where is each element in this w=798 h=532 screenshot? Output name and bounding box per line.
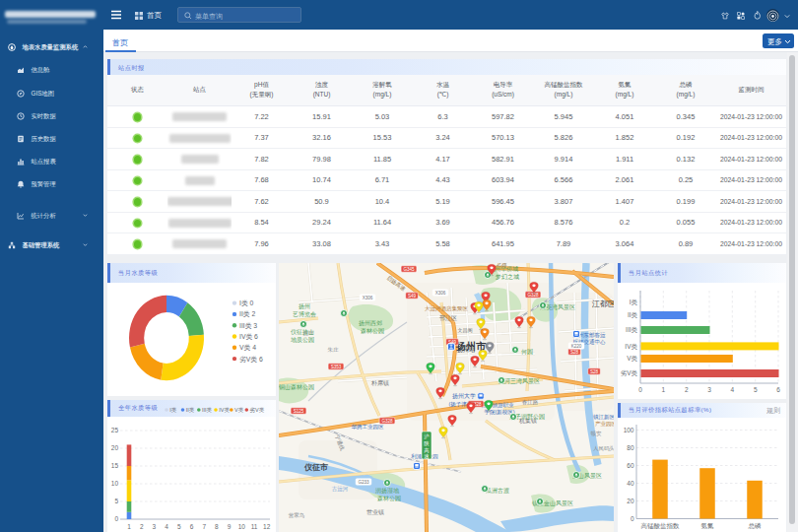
svg-text:0: 0	[638, 386, 642, 393]
svg-text:瓜洲古渡: 瓜洲古渡	[486, 487, 509, 495]
svg-text:III类: III类	[626, 326, 637, 333]
svg-text:产业园区: 产业园区	[595, 421, 614, 428]
svg-text:80: 80	[627, 444, 634, 451]
svg-text:扬州: 扬州	[299, 303, 310, 310]
svg-text:10: 10	[238, 523, 246, 530]
svg-text:朴席镇: 朴席镇	[370, 379, 389, 386]
svg-text:扬州站: 扬州站	[457, 347, 475, 354]
svg-text:7: 7	[202, 523, 206, 530]
svg-text:古运河: 古运河	[332, 486, 349, 493]
svg-text:II类: II类	[186, 407, 195, 413]
svg-text:顿安: 顿安	[591, 431, 603, 436]
svg-text:高锰酸盐指数: 高锰酸盐指数	[641, 522, 681, 530]
svg-text:20: 20	[111, 444, 119, 451]
svg-text:江都区: 江都区	[591, 299, 614, 308]
svg-text:劣V类: 劣V类	[250, 407, 265, 414]
svg-text:地质公园: 地质公园	[291, 337, 314, 344]
svg-text:6: 6	[190, 523, 194, 530]
svg-text:氨氮: 氨氮	[701, 522, 715, 529]
svg-text:6: 6	[776, 386, 780, 393]
svg-text:陕: 陕	[424, 440, 430, 446]
svg-text:4: 4	[730, 386, 734, 393]
svg-text:铜山森林公园: 铜山森林公园	[279, 383, 314, 391]
svg-text:人民码头: 人民码头	[593, 445, 614, 452]
svg-text:宁通线: 宁通线	[334, 433, 347, 451]
svg-text:G345: G345	[403, 267, 415, 272]
svg-text:仪征市: 仪征市	[303, 462, 328, 472]
svg-text:艺博览会: 艺博览会	[293, 310, 316, 318]
svg-text:镇江新区: 镇江新区	[593, 414, 614, 421]
svg-text:8: 8	[215, 523, 219, 530]
svg-text:60: 60	[627, 462, 634, 469]
svg-text:仪征捺山: 仪征捺山	[291, 328, 314, 336]
svg-text:邗江区: 邗江区	[439, 314, 457, 321]
svg-text:4: 4	[165, 523, 168, 530]
svg-text:2: 2	[685, 386, 689, 393]
svg-text:9: 9	[228, 523, 232, 530]
svg-text:0: 0	[114, 515, 118, 522]
svg-text:森林公园: 森林公园	[361, 328, 384, 335]
svg-text:S28: S28	[590, 369, 599, 374]
svg-text:劣V类 6: 劣V类 6	[239, 356, 263, 364]
svg-text:IV类 6: IV类 6	[239, 333, 258, 340]
svg-text:大运河酒店集聚区: 大运河酒店集聚区	[425, 305, 469, 312]
svg-text:润扬湿地: 润扬湿地	[375, 487, 400, 495]
svg-text:1: 1	[127, 523, 131, 530]
svg-text:3: 3	[153, 523, 157, 530]
svg-text:总磷: 总磷	[748, 522, 763, 529]
svg-text:I类: I类	[169, 407, 177, 413]
svg-text:G328: G328	[381, 419, 393, 424]
svg-text:春江路: 春江路	[522, 399, 539, 406]
svg-text:V类 4: V类 4	[239, 344, 256, 351]
svg-text:III类 3: III类 3	[239, 322, 257, 329]
svg-text:V类: V类	[234, 407, 244, 413]
svg-text:5: 5	[754, 386, 758, 393]
svg-text:I类 0: I类 0	[239, 299, 254, 306]
svg-text:11: 11	[251, 523, 258, 530]
svg-text:速: 速	[424, 453, 430, 459]
svg-text:20: 20	[627, 498, 634, 504]
svg-text:IV类: IV类	[219, 407, 230, 413]
svg-text:扬州西郊: 扬州西郊	[359, 320, 382, 327]
svg-text:III类: III类	[202, 407, 213, 413]
svg-text:II类: II类	[628, 311, 638, 318]
svg-text:V类: V类	[627, 355, 637, 362]
svg-text:3: 3	[707, 386, 711, 393]
svg-text:X306: X306	[435, 291, 446, 296]
svg-text:S49: S49	[408, 294, 417, 299]
svg-text:X306: X306	[363, 296, 373, 300]
svg-text:S125: S125	[294, 409, 304, 414]
svg-text:2: 2	[140, 523, 144, 530]
svg-text:劣V类: 劣V类	[621, 369, 638, 377]
svg-text:1: 1	[661, 386, 665, 393]
svg-text:K220: K220	[571, 344, 582, 349]
svg-text:25: 25	[111, 427, 119, 433]
svg-text:梦幻之城: 梦幻之城	[495, 273, 519, 281]
svg-text:100: 100	[624, 427, 634, 433]
svg-text:文昌阁: 文昌阁	[458, 327, 473, 334]
svg-text:II类 2: II类 2	[239, 310, 255, 317]
svg-text:I类: I类	[630, 299, 638, 305]
svg-text:IV类: IV类	[625, 343, 637, 350]
svg-text:0: 0	[631, 515, 634, 522]
svg-text:沪: 沪	[424, 433, 429, 439]
svg-text:S28: S28	[570, 350, 579, 355]
svg-text:12: 12	[263, 523, 271, 530]
svg-text:朱庄: 朱庄	[328, 347, 340, 353]
svg-text:何园: 何园	[521, 349, 533, 356]
svg-text:森林公园: 森林公园	[377, 496, 401, 502]
svg-text:扬州大学: 扬州大学	[452, 392, 476, 400]
svg-text:5: 5	[114, 498, 118, 504]
svg-text:启扬高速: 启扬高速	[385, 274, 407, 293]
svg-text:15: 15	[111, 462, 119, 469]
svg-text:华腾工业园区: 华腾工业园区	[352, 424, 385, 431]
svg-text:营家鸟: 营家鸟	[289, 512, 305, 519]
svg-text:5: 5	[177, 523, 181, 530]
svg-text:G233: G233	[358, 480, 369, 485]
svg-text:世业镇: 世业镇	[366, 509, 384, 515]
svg-text:S353: S353	[331, 365, 342, 369]
svg-text:40: 40	[627, 480, 634, 487]
svg-text:10: 10	[111, 480, 119, 487]
